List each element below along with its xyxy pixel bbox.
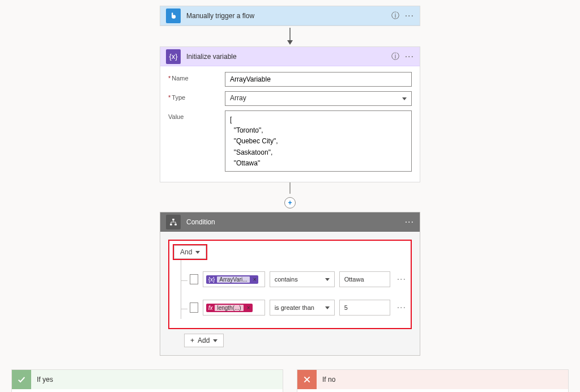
type-select[interactable]: Array	[225, 91, 412, 106]
row-checkbox[interactable]	[190, 302, 198, 313]
type-label: Type	[168, 91, 219, 101]
branch-yes-label: If yes	[37, 376, 53, 384]
value-textarea[interactable]	[225, 110, 412, 172]
more-icon[interactable]: ···	[405, 52, 414, 62]
chevron-down-icon	[325, 278, 330, 281]
help-icon[interactable]: ⓘ	[391, 52, 399, 62]
svg-rect-4	[170, 223, 172, 225]
condition-card[interactable]: Condition ··· And {x} Ar	[160, 212, 420, 356]
tree-line	[174, 268, 185, 291]
name-label: Name	[168, 72, 219, 82]
condition-header[interactable]: Condition ···	[160, 212, 420, 232]
branch-if-yes: If yes Compose ⓘ ··· Inputs	[11, 369, 283, 392]
add-step-button[interactable]: +	[284, 197, 296, 208]
trigger-title: Manually trigger a flow	[186, 12, 386, 20]
value-label: Value	[168, 110, 219, 120]
operand-right[interactable]: 5	[339, 300, 390, 316]
svg-rect-3	[172, 219, 174, 220]
expression-token: fx length(...) ×	[206, 304, 253, 312]
operand-left[interactable]: {x} ArrayVari... ×	[203, 271, 265, 287]
init-var-card[interactable]: {x} Initialize variable ⓘ ··· Name Type …	[160, 46, 420, 182]
name-input[interactable]	[225, 72, 412, 87]
trigger-header[interactable]: Manually trigger a flow ⓘ ···	[160, 6, 420, 25]
more-icon[interactable]: ···	[405, 11, 414, 21]
tree-line	[174, 296, 185, 319]
chevron-down-icon	[195, 251, 200, 254]
condition-row: {x} ArrayVari... × contains Ottawa	[174, 268, 406, 291]
chevron-down-icon	[325, 306, 330, 309]
remove-token-icon[interactable]: ×	[247, 305, 250, 311]
operand-left[interactable]: fx length(...) ×	[203, 300, 265, 316]
remove-token-icon[interactable]: ×	[253, 276, 257, 283]
variable-token: {x} ArrayVari... ×	[206, 275, 259, 284]
close-icon	[297, 370, 317, 389]
trigger-card[interactable]: Manually trigger a flow ⓘ ···	[160, 6, 420, 26]
touch-icon	[166, 8, 181, 23]
chevron-down-icon	[213, 339, 218, 342]
group-operator-select[interactable]: And	[174, 245, 206, 259]
more-icon[interactable]: ···	[405, 217, 414, 227]
branch-no-label: If no	[322, 376, 335, 384]
branch-if-no: If no Compose 2 ⓘ ··· Inputs	[297, 369, 569, 392]
help-icon[interactable]: ⓘ	[391, 11, 399, 21]
branch-yes-header[interactable]: If yes	[12, 370, 283, 389]
condition-title: Condition	[186, 218, 399, 226]
variable-icon: {x}	[166, 49, 181, 64]
init-var-header[interactable]: {x} Initialize variable ⓘ ···	[160, 47, 420, 66]
branch-no-header[interactable]: If no	[297, 370, 568, 389]
condition-row: fx length(...) × is greater than 5	[174, 296, 406, 319]
add-condition-button[interactable]: + Add	[184, 334, 224, 347]
operand-right[interactable]: Ottawa	[339, 271, 390, 287]
arrow-connector	[286, 26, 294, 46]
svg-marker-1	[287, 40, 293, 45]
operator-select[interactable]: is greater than	[270, 300, 335, 316]
plus-icon: +	[190, 336, 194, 344]
row-more-icon[interactable]: ···	[397, 274, 406, 284]
highlighted-region: And {x} ArrayVari... ×	[168, 240, 412, 329]
operator-select[interactable]: contains	[270, 271, 335, 287]
svg-rect-5	[174, 223, 177, 225]
check-icon	[12, 370, 31, 389]
init-var-title: Initialize variable	[186, 53, 386, 61]
condition-icon	[166, 215, 181, 229]
row-checkbox[interactable]	[190, 274, 198, 284]
arrow-connector	[286, 182, 294, 194]
row-more-icon[interactable]: ···	[397, 302, 406, 313]
